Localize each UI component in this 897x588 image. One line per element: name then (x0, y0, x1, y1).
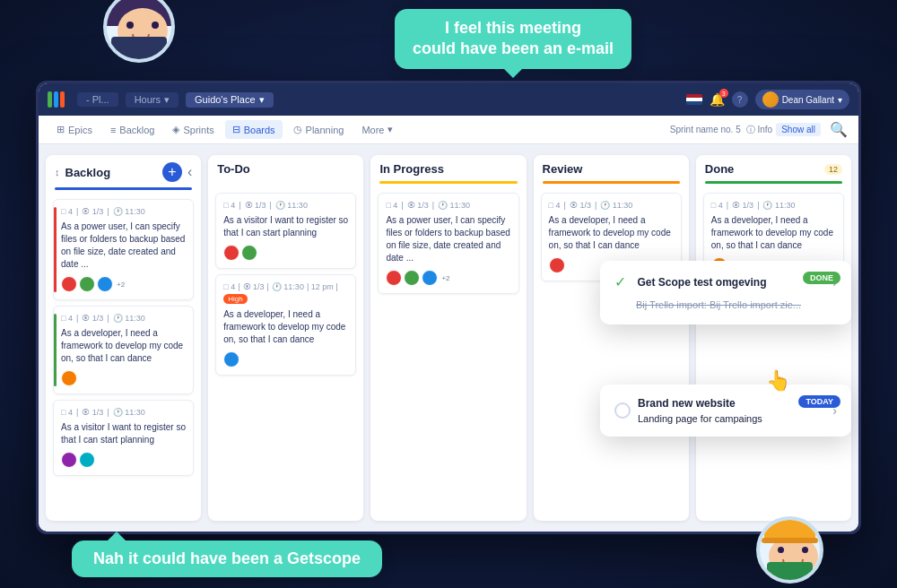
avatar (422, 270, 438, 286)
check-icon: ✓ (614, 274, 626, 290)
avatar (223, 245, 239, 261)
card-avatars: +2 (386, 270, 510, 286)
nav-tab-project[interactable]: - Pl... (77, 92, 118, 107)
search-icon[interactable]: 🔍 (830, 121, 848, 138)
nav-backlog[interactable]: ≡ Backlog (103, 121, 162, 139)
user-avatar (762, 91, 779, 108)
help-button[interactable]: ? (732, 91, 748, 108)
card-meta: □ 4 | ⦿ 1/3 | 🕐 11:30 (711, 201, 836, 210)
nav-icons: 🔔 3 ? Dean Gallant ▾ (686, 90, 849, 109)
table-row[interactable]: □ 4 | ⦿ 1/3 | 🕐 11:30 As a developer, I … (53, 306, 194, 394)
card-avatars (61, 452, 186, 468)
popup-today-subtitle: Landing page for campaings (638, 413, 780, 424)
card-meta: □ 4 | ⦿ 1/3 | 🕐 11:30 (223, 201, 348, 210)
avatar (241, 245, 257, 261)
table-row[interactable]: □ 4 | ⦿ 1/3 | 🕐 11:30 As a visitor I wan… (215, 193, 356, 269)
nav-planning[interactable]: ◷ Planning (286, 120, 352, 139)
top-nav: - Pl... Hours ▾ Guido's Place ▾ 🔔 3 ? (39, 83, 858, 116)
column-indicator (55, 187, 192, 190)
sort-button[interactable]: ↕ (55, 167, 60, 177)
popup-done-card: DONE ✓ Get Scope test omgeving › Bij Tre… (600, 261, 851, 324)
column-inprogress: In Progress □ 4 | ⦿ 1/3 | 🕐 11:30 As a p… (370, 155, 526, 521)
sprint-info: Sprint name no. 5 ⓘ Info (670, 124, 772, 136)
card-list-todo: □ 4 | ⦿ 1/3 | 🕐 11:30 As a visitor I wan… (208, 189, 363, 521)
done-badge: DONE (803, 272, 840, 284)
card-meta: □ 4 | ⦿ 1/3 | 🕐 11:30 (549, 201, 674, 210)
show-all-button[interactable]: Show all (776, 123, 821, 136)
avatar (223, 351, 239, 368)
user-menu[interactable]: Dean Gallant ▾ (755, 90, 849, 109)
column-header-backlog: ↕ Backlog + ‹ (46, 155, 201, 187)
column-indicator (217, 181, 354, 184)
column-done: Done 12 □ 4 | ⦿ 1/3 | 🕐 11:30 As (696, 155, 851, 521)
column-backlog: ↕ Backlog + ‹ □ 4 | ⦿ 1/3 | (46, 155, 201, 521)
card-avatars: +2 (61, 276, 186, 292)
card-list-inprogress: □ 4 | ⦿ 1/3 | 🕐 11:30 As a power user, I… (370, 189, 526, 521)
popup-today-card: TODAY Brand new website Landing page for… (600, 385, 851, 437)
column-indicator (379, 181, 517, 184)
card-avatars (61, 370, 186, 386)
column-header-todo: To-Do (208, 155, 363, 181)
card-list-review: □ 4 | ⦿ 1/3 | 🕐 11:30 As a developer, I … (534, 189, 689, 521)
board-area: ↕ Backlog + ‹ □ 4 | ⦿ 1/3 | (39, 144, 858, 532)
avatar (404, 270, 420, 286)
table-row[interactable]: □ 4 | ⦿ 1/3 | 🕐 11:30 As a visitor I wan… (53, 400, 194, 476)
app-logo (48, 91, 65, 108)
collapse-button[interactable]: ‹ (187, 164, 192, 180)
popup-done-subtitle: Bij Trello import: Bij Trello import zie… (636, 299, 801, 310)
flag-icon (686, 94, 702, 105)
column-indicator (543, 181, 680, 184)
speech-bubble-top: I feel this meeting could have been an e… (395, 9, 631, 69)
speech-bubble-bottom: Nah it could have been a Getscope (72, 540, 382, 577)
card-meta: □ 4 | ⦿ 1/3 | 🕐 11:30 | 12 pm | High (223, 282, 348, 304)
avatar (79, 452, 95, 468)
nav-epics[interactable]: ⊞ Epics (49, 120, 100, 139)
card-meta: □ 4 | ⦿ 1/3 | 🕐 11:30 (61, 408, 186, 417)
nav-boards[interactable]: ⊟ Boards (225, 120, 283, 139)
column-todo: To-Do □ 4 | ⦿ 1/3 | 🕐 11:30 As a visitor… (208, 155, 363, 521)
card-avatars (223, 351, 348, 368)
table-row[interactable]: □ 4 | ⦿ 1/3 | 🕐 11:30 As a power user, I… (53, 199, 194, 300)
card-meta: □ 4 | ⦿ 1/3 | 🕐 11:30 (386, 201, 510, 210)
card-avatars (223, 245, 348, 261)
column-header-inprogress: In Progress (370, 155, 526, 181)
nav-tab-place[interactable]: Guido's Place ▾ (186, 92, 274, 108)
card-list-backlog: □ 4 | ⦿ 1/3 | 🕐 11:30 As a power user, I… (46, 195, 201, 521)
priority-badge: High (223, 294, 247, 304)
popup-done-title: Get Scope test omgeving (637, 276, 766, 289)
add-card-button[interactable]: + (162, 162, 182, 182)
monitor-frame: - Pl... Hours ▾ Guido's Place ▾ 🔔 3 ? (36, 81, 861, 534)
card-meta: □ 4 | ⦿ 1/3 | 🕐 11:30 (61, 314, 186, 323)
nav-tab-hours[interactable]: Hours ▾ (126, 92, 179, 108)
avatar (61, 370, 77, 386)
table-row[interactable]: □ 4 | ⦿ 1/3 | 🕐 11:30 As a power user, I… (378, 193, 518, 294)
column-review: Review □ 4 | ⦿ 1/3 | 🕐 11:30 As a develo… (534, 155, 689, 521)
avatar (79, 276, 95, 292)
avatar (97, 276, 113, 292)
column-header-review: Review (534, 155, 689, 181)
card-list-done: □ 4 | ⦿ 1/3 | 🕐 11:30 As a developer, I … (696, 189, 851, 521)
nav-sprints[interactable]: ◈ Sprints (165, 120, 221, 139)
done-count-badge: 12 (824, 164, 842, 175)
avatar (386, 270, 402, 286)
character-top (99, 0, 179, 72)
table-row[interactable]: □ 4 | ⦿ 1/3 | 🕐 11:30 | 12 pm | High As … (215, 274, 356, 376)
today-badge: TODAY (798, 395, 840, 408)
popup-today-title: Brand new website (638, 397, 780, 410)
avatar (61, 276, 77, 292)
character-bottom (753, 516, 825, 588)
sub-nav: ⊞ Epics ≡ Backlog ◈ Sprints ⊟ Boards ◷ P… (39, 116, 858, 144)
notification-bell[interactable]: 🔔 3 (710, 92, 725, 107)
nav-more[interactable]: More ▾ (354, 120, 400, 139)
todo-circle (614, 402, 631, 419)
app-container: - Pl... Hours ▾ Guido's Place ▾ 🔔 3 ? (39, 83, 858, 532)
avatar (61, 452, 77, 468)
column-indicator (705, 181, 842, 184)
column-header-done: Done 12 (696, 155, 851, 181)
avatar (549, 257, 565, 273)
card-meta: □ 4 | ⦿ 1/3 | 🕐 11:30 (61, 207, 186, 216)
